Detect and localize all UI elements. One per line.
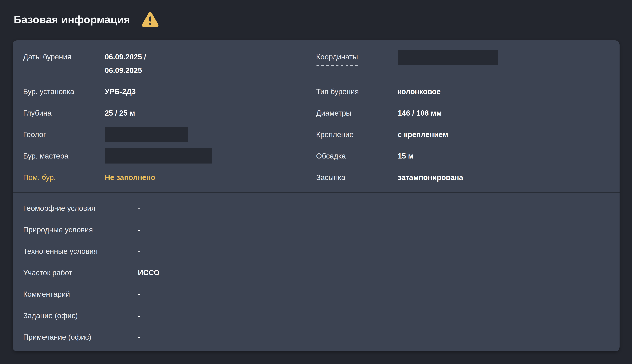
row-comment: Комментарий - xyxy=(23,283,609,305)
row-drill-masters: Бур. мастера xyxy=(23,145,316,166)
field-label: Бур. мастера xyxy=(23,151,105,161)
row-geologist: Геолог xyxy=(23,124,316,145)
redacted-value-box xyxy=(105,127,188,142)
row-casing: Обсадка 15 м xyxy=(316,145,609,166)
warning-triangle-icon[interactable] xyxy=(141,12,159,27)
top-right-column: Координаты Тип бурения колонковое Диамет… xyxy=(316,46,609,188)
field-label: Задание (офис) xyxy=(23,311,138,320)
field-value: 25 / 25 м xyxy=(105,108,135,118)
row-drilling-dates: Даты бурения 06.09.2025 / 06.09.2025 xyxy=(23,46,316,81)
row-coordinates: Координаты xyxy=(316,46,609,81)
field-label: Участок работ xyxy=(23,268,138,278)
row-drilling-type: Тип бурения колонковое xyxy=(316,81,609,102)
field-label: Примечание (офис) xyxy=(23,332,138,342)
redacted-value-box xyxy=(398,50,498,65)
row-drilling-rig: Бур. установка УРБ-2Д3 xyxy=(23,81,316,102)
field-label: Природные условия xyxy=(23,225,138,234)
redacted-value-box xyxy=(105,148,212,164)
field-value: колонковое xyxy=(398,87,441,96)
field-label: Комментарий xyxy=(23,289,138,299)
field-value: - xyxy=(138,246,140,256)
field-label: Диаметры xyxy=(316,108,398,118)
field-label: Геоморф-ие условия xyxy=(23,204,138,213)
top-left-column: Даты бурения 06.09.2025 / 06.09.2025 Бур… xyxy=(23,46,316,188)
field-value: с креплением xyxy=(398,130,448,139)
page-title: Базовая информация xyxy=(14,12,130,27)
coordinates-tooltip-label[interactable]: Координаты xyxy=(316,50,358,66)
row-backfill: Засыпка затампонирована xyxy=(316,166,609,188)
field-value: - xyxy=(138,204,140,213)
field-value: - xyxy=(138,311,140,320)
field-value: - xyxy=(138,289,140,299)
field-label: Бур. установка xyxy=(23,87,105,96)
basic-info-card: Даты бурения 06.09.2025 / 06.09.2025 Бур… xyxy=(13,40,619,352)
row-geomorphological-conditions: Геоморф-ие условия - xyxy=(23,198,609,219)
field-label: Техногенные условия xyxy=(23,246,138,256)
field-label: Засыпка xyxy=(316,172,398,182)
field-label: Обсадка xyxy=(316,151,398,161)
field-label: Крепление xyxy=(316,130,398,139)
row-technogenic-conditions: Техногенные условия - xyxy=(23,240,609,262)
field-label: Координаты xyxy=(316,50,398,66)
field-label: Глубина xyxy=(23,108,105,118)
field-value: затампонирована xyxy=(398,172,463,182)
row-note-office: Примечание (офис) - xyxy=(23,326,609,348)
field-value: 15 м xyxy=(398,151,414,161)
top-section: Даты бурения 06.09.2025 / 06.09.2025 Бур… xyxy=(13,40,619,192)
field-label: Даты бурения xyxy=(23,50,105,64)
field-value-not-filled: Не заполнено xyxy=(105,172,155,182)
field-value: - xyxy=(138,332,140,342)
row-work-site: Участок работ ИССО xyxy=(23,262,609,283)
field-value: ИССО xyxy=(138,268,159,278)
field-label: Геолог xyxy=(23,130,105,139)
field-label: Пом. бур. xyxy=(23,172,105,182)
row-assistant-drillers: Пом. бур. Не заполнено xyxy=(23,166,316,188)
field-value: УРБ-2Д3 xyxy=(105,87,136,96)
field-value: - xyxy=(138,225,140,234)
row-reinforcement: Крепление с креплением xyxy=(316,124,609,145)
row-task-office: Задание (офис) - xyxy=(23,305,609,326)
page-header: Базовая информация xyxy=(0,0,632,27)
row-depth: Глубина 25 / 25 м xyxy=(23,102,316,124)
field-label: Тип бурения xyxy=(316,87,398,96)
row-diameters: Диаметры 146 / 108 мм xyxy=(316,102,609,124)
bottom-section: Геоморф-ие условия - Природные условия -… xyxy=(13,193,619,352)
row-natural-conditions: Природные условия - xyxy=(23,219,609,240)
field-value: 06.09.2025 / 06.09.2025 xyxy=(105,50,160,77)
field-value: 146 / 108 мм xyxy=(398,108,442,118)
